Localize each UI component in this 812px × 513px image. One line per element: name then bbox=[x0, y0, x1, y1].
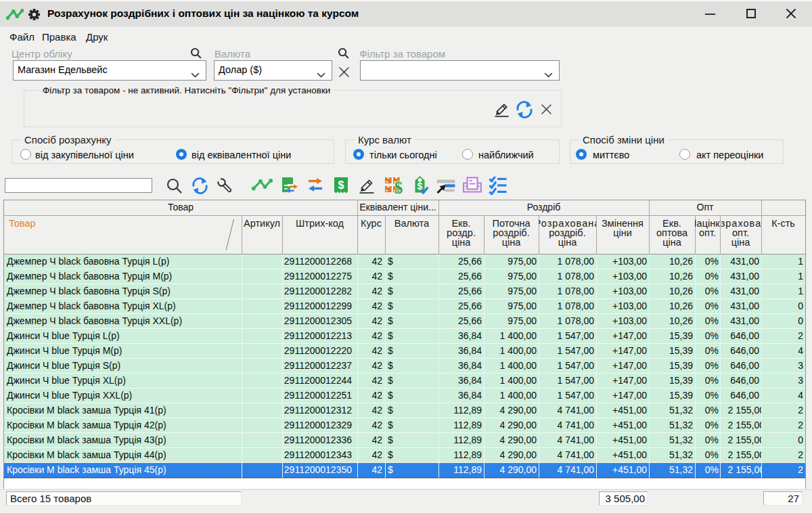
svg-text:$: $ bbox=[394, 179, 403, 194]
svg-text:$: $ bbox=[338, 179, 344, 191]
